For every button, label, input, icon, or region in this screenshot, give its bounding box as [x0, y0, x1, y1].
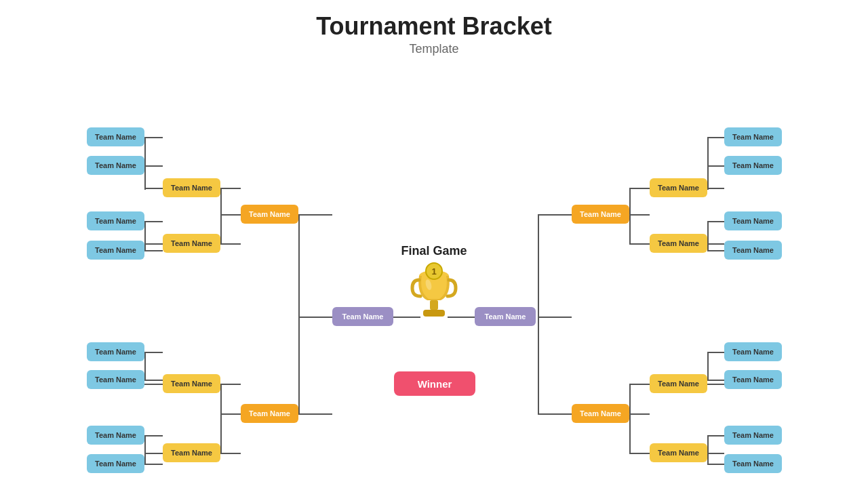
bracket-container: Team Name Team Name Team Name Team Name …: [0, 54, 868, 481]
team-lt-a2[interactable]: Team Name: [87, 156, 144, 175]
team-rt-b1[interactable]: Team Name: [724, 211, 782, 230]
team-lt-a1[interactable]: Team Name: [87, 127, 144, 146]
final-game-label: Final Game: [387, 244, 481, 258]
team-lb-c2[interactable]: Team Name: [87, 370, 144, 389]
team-lb-c1[interactable]: Team Name: [87, 342, 144, 361]
team-rb-d1[interactable]: Team Name: [724, 426, 782, 445]
team-lb-d1[interactable]: Team Name: [87, 426, 144, 445]
svg-rect-2: [423, 310, 445, 317]
team-lb-c-win[interactable]: Team Name: [163, 374, 220, 393]
team-l-finalist[interactable]: Team Name: [332, 307, 393, 326]
team-rb-d2[interactable]: Team Name: [724, 454, 782, 473]
team-rt-b-win[interactable]: Team Name: [650, 234, 707, 253]
team-r-finalist[interactable]: Team Name: [475, 307, 536, 326]
team-lt-b1[interactable]: Team Name: [87, 211, 144, 230]
team-lt-orange[interactable]: Team Name: [241, 205, 298, 224]
team-lt-a-win[interactable]: Team Name: [163, 178, 220, 197]
team-lb-d2[interactable]: Team Name: [87, 454, 144, 473]
team-rt-a-win[interactable]: Team Name: [650, 178, 707, 197]
team-rb-orange[interactable]: Team Name: [572, 404, 629, 423]
team-lt-b-win[interactable]: Team Name: [163, 234, 220, 253]
page-title: Tournament Bracket: [0, 12, 868, 41]
svg-rect-1: [430, 300, 438, 310]
team-rb-c2[interactable]: Team Name: [724, 370, 782, 389]
team-rt-a1[interactable]: Team Name: [724, 127, 782, 146]
team-rb-d-win[interactable]: Team Name: [650, 443, 707, 462]
trophy-badge: 1: [425, 262, 443, 280]
trophy: 1: [407, 261, 461, 322]
team-lt-b2[interactable]: Team Name: [87, 241, 144, 260]
team-rt-a2[interactable]: Team Name: [724, 156, 782, 175]
team-lb-d-win[interactable]: Team Name: [163, 443, 220, 462]
team-lb-orange[interactable]: Team Name: [241, 404, 298, 423]
winner-box[interactable]: Winner: [394, 371, 475, 396]
team-rt-b2[interactable]: Team Name: [724, 241, 782, 260]
team-rb-c1[interactable]: Team Name: [724, 342, 782, 361]
team-rb-c-win[interactable]: Team Name: [650, 374, 707, 393]
team-rt-orange[interactable]: Team Name: [572, 205, 629, 224]
